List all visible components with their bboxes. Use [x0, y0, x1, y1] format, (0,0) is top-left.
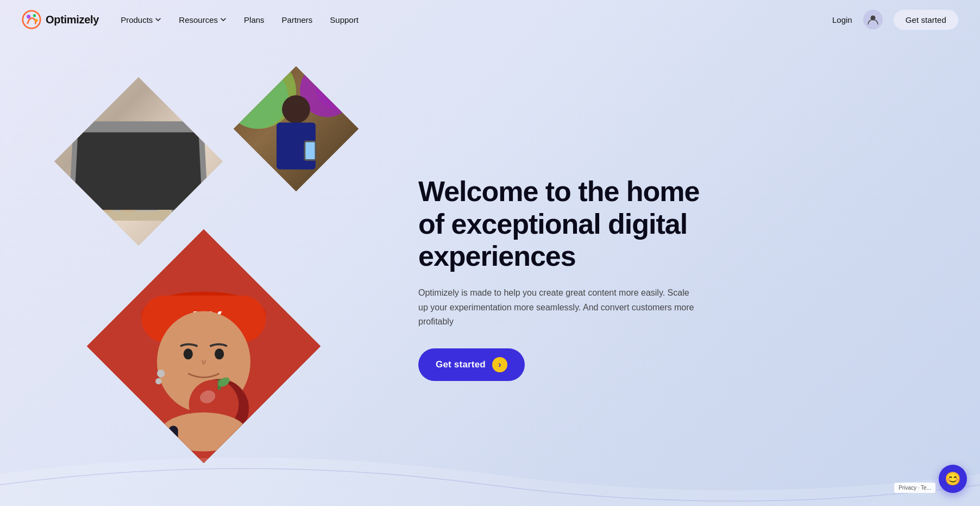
- svg-point-35: [155, 378, 161, 384]
- arrow-icon: ›: [492, 357, 507, 372]
- chat-icon: 😊: [945, 471, 961, 486]
- diamond-image-man: [234, 66, 359, 191]
- logo-icon: [22, 10, 41, 29]
- chat-widget[interactable]: 😊: [939, 465, 967, 493]
- nav-products[interactable]: Products: [121, 15, 161, 24]
- svg-rect-19: [305, 142, 315, 159]
- nav-plans[interactable]: Plans: [244, 15, 265, 24]
- avatar-icon[interactable]: [863, 10, 883, 29]
- logo-text: Optimizely: [46, 14, 99, 26]
- hero-content: Welcome to the home of exceptional digit…: [386, 176, 723, 382]
- nav-resources[interactable]: Resources: [179, 15, 227, 24]
- login-link[interactable]: Login: [832, 15, 852, 24]
- svg-point-0: [23, 11, 40, 28]
- svg-rect-7: [82, 158, 153, 201]
- svg-rect-5: [63, 188, 172, 221]
- laptop-photo: [54, 77, 223, 246]
- chevron-down-icon: [220, 16, 227, 23]
- girl-photo: NY: [87, 229, 321, 463]
- navigation: Optimizely Products Resources Plans Part…: [0, 0, 980, 39]
- diamond-image-girl: NY: [87, 229, 321, 463]
- svg-point-3: [35, 19, 37, 22]
- svg-rect-10: [87, 171, 120, 173]
- svg-point-2: [33, 14, 36, 17]
- logo[interactable]: Optimizely: [22, 10, 99, 29]
- hero-subtitle: Optimizely is made to help you create gr…: [418, 286, 701, 329]
- chevron-down-icon: [155, 16, 161, 23]
- nav-right: Login Get started: [832, 10, 958, 30]
- svg-rect-9: [87, 165, 131, 167]
- nav-links: Products Resources Plans Partners Suppor…: [121, 15, 832, 24]
- get-started-hero-button[interactable]: Get started ›: [418, 348, 525, 381]
- get-started-nav-button[interactable]: Get started: [894, 10, 958, 30]
- svg-point-16: [282, 95, 310, 123]
- nav-partners[interactable]: Partners: [282, 15, 313, 24]
- svg-point-15: [234, 66, 288, 129]
- svg-point-26: [215, 348, 224, 359]
- svg-point-25: [184, 348, 193, 359]
- svg-rect-11: [87, 176, 142, 178]
- svg-point-13: [117, 203, 139, 211]
- svg-rect-8: [77, 204, 158, 211]
- man-photo: [234, 66, 359, 191]
- privacy-notice: Privacy · Te...: [894, 483, 935, 493]
- svg-point-34: [157, 370, 165, 377]
- svg-point-12: [96, 203, 117, 211]
- diamond-image-laptop: [54, 77, 223, 246]
- svg-point-1: [27, 15, 30, 18]
- svg-rect-6: [79, 155, 155, 204]
- hero-images: NY: [33, 66, 386, 490]
- nav-support[interactable]: Support: [330, 15, 359, 24]
- hero-title: Welcome to the home of exceptional digit…: [418, 176, 723, 273]
- hero-section: NY: [0, 39, 980, 506]
- svg-rect-33: [169, 426, 178, 441]
